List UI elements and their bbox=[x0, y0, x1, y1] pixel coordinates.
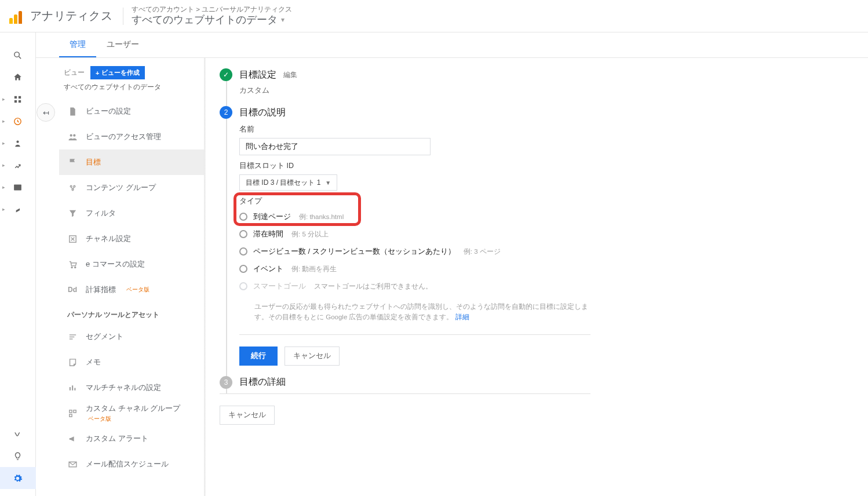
cart-icon bbox=[67, 260, 78, 269]
search-icon[interactable] bbox=[0, 44, 36, 66]
breadcrumb-top: すべてのアカウント > ユニバーサルアナリティクス bbox=[132, 5, 292, 13]
left-rail bbox=[0, 32, 36, 496]
property-breadcrumb[interactable]: すべてのアカウント > ユニバーサルアナリティクス すべてのウェブサイトのデータ… bbox=[132, 5, 292, 27]
goal-type-event[interactable]: イベント 例: 動画を再生 bbox=[239, 262, 590, 276]
nav-channel-settings[interactable]: チャネル設定 bbox=[59, 226, 204, 251]
caret-down-icon: ▼ bbox=[325, 180, 331, 186]
nav-view-settings[interactable]: ビューの設定 bbox=[59, 99, 204, 124]
nav-custom-channel-group[interactable]: カスタム チャネル グループベータ版 bbox=[59, 400, 204, 426]
tabs: 管理 ユーザー bbox=[36, 32, 868, 58]
svg-rect-4 bbox=[14, 100, 17, 102]
file-icon bbox=[67, 107, 78, 116]
goal-slot-dropdown[interactable]: 目標 ID 3 / 目標セット 1▼ bbox=[239, 174, 337, 191]
svg-rect-5 bbox=[19, 100, 21, 102]
customization-icon[interactable] bbox=[0, 88, 36, 110]
svg-rect-24 bbox=[69, 410, 71, 412]
svg-point-11 bbox=[73, 134, 75, 136]
svg-point-14 bbox=[72, 188, 74, 190]
caret-down-icon: ▾ bbox=[281, 16, 285, 24]
divider bbox=[220, 393, 590, 394]
step-3-badge: 3 bbox=[220, 376, 232, 389]
slot-label: 目標スロット ID bbox=[239, 161, 590, 171]
continue-button[interactable]: 続行 bbox=[239, 347, 278, 366]
acquisition-icon[interactable] bbox=[0, 154, 36, 176]
personal-tools-header: パーソナル ツールとアセット bbox=[59, 302, 204, 324]
attribution-icon[interactable] bbox=[0, 423, 36, 445]
view-column: ↤ ビュー +ビューを作成 すべてのウェブサイトのデータ ビューの設定 ビューの… bbox=[59, 58, 204, 496]
tab-admin[interactable]: 管理 bbox=[59, 32, 96, 57]
radio-icon bbox=[239, 282, 247, 290]
tab-user[interactable]: ユーザー bbox=[96, 32, 149, 57]
radio-icon bbox=[239, 247, 247, 256]
svg-rect-22 bbox=[72, 385, 73, 391]
goal-type-pageviews[interactable]: ページビュー数 / スクリーンビュー数（セッションあたり） 例: 3 ページ bbox=[239, 245, 590, 258]
step-goal-description: 2 目標の説明 名前 目標スロット ID 目標 ID 3 / 目標セット 1▼ … bbox=[220, 106, 590, 366]
goal-type-destination[interactable]: 到達ページ 例: thanks.html bbox=[239, 210, 590, 224]
edit-step-link[interactable]: 編集 bbox=[283, 70, 297, 80]
name-label: 名前 bbox=[239, 125, 590, 134]
audience-icon[interactable] bbox=[0, 132, 36, 154]
svg-rect-8 bbox=[14, 184, 21, 190]
nav-custom-alerts[interactable]: カスタム アラート bbox=[59, 426, 204, 451]
svg-rect-26 bbox=[69, 414, 71, 416]
segment-icon bbox=[67, 332, 78, 342]
nav-view-access[interactable]: ビューのアクセス管理 bbox=[59, 124, 204, 149]
home-icon[interactable] bbox=[0, 66, 36, 88]
svg-point-10 bbox=[70, 134, 72, 136]
smart-goal-details-link[interactable]: 詳細 bbox=[455, 313, 469, 320]
app-title: アナリティクス bbox=[30, 8, 112, 24]
nav-calculated-metrics[interactable]: Dd計算指標ベータ版 bbox=[59, 277, 204, 302]
nav-multichannel[interactable]: マルチチャネルの設定 bbox=[59, 375, 204, 400]
svg-point-7 bbox=[16, 140, 19, 143]
breadcrumb-main: すべてのウェブサイトのデータ bbox=[132, 13, 278, 27]
svg-point-0 bbox=[14, 52, 19, 57]
radio-icon bbox=[239, 213, 247, 221]
analytics-logo bbox=[9, 9, 24, 24]
svg-point-16 bbox=[71, 267, 72, 268]
check-icon: ✓ bbox=[220, 68, 232, 81]
nav-scheduled-emails[interactable]: メール配信スケジュール bbox=[59, 451, 204, 477]
grid-icon bbox=[67, 409, 78, 418]
view-column-subtitle: すべてのウェブサイトのデータ bbox=[59, 83, 204, 99]
nav-filters[interactable]: フィルタ bbox=[59, 200, 204, 226]
conversions-icon[interactable] bbox=[0, 198, 36, 220]
svg-rect-2 bbox=[14, 96, 17, 98]
discover-icon[interactable] bbox=[0, 445, 36, 467]
create-view-button[interactable]: +ビューを作成 bbox=[90, 66, 145, 79]
step-goal-details: 3 目標の詳細 bbox=[220, 376, 590, 389]
cancel-goal-button[interactable]: キャンセル bbox=[220, 406, 275, 425]
app-header: アナリティクス すべてのアカウント > ユニバーサルアナリティクス すべてのウェ… bbox=[0, 0, 868, 32]
back-button[interactable]: ↤ bbox=[37, 103, 55, 122]
nav-ecommerce-settings[interactable]: e コマースの設定 bbox=[59, 251, 204, 277]
step-2-badge: 2 bbox=[220, 106, 232, 119]
nav-content-grouping[interactable]: コンテンツ グループ bbox=[59, 175, 204, 200]
megaphone-icon bbox=[67, 434, 78, 444]
goal-name-input[interactable] bbox=[239, 138, 431, 155]
nav-goals[interactable]: 目標 bbox=[59, 149, 204, 175]
smart-goal-note: ユーザーの反応が最も得られたウェブサイトへの訪問を識別し、そのような訪問を自動的… bbox=[254, 301, 590, 323]
goal-type-duration[interactable]: 滞在時間 例: 5 分以上 bbox=[239, 227, 590, 241]
people-icon bbox=[67, 132, 78, 142]
svg-rect-25 bbox=[73, 410, 75, 412]
note-icon bbox=[67, 358, 78, 367]
nav-segments[interactable]: セグメント bbox=[59, 324, 204, 349]
admin-gear-icon[interactable] bbox=[0, 467, 36, 489]
realtime-icon[interactable] bbox=[0, 110, 36, 132]
dd-icon: Dd bbox=[67, 286, 78, 294]
view-column-header: ビュー bbox=[64, 68, 85, 78]
radio-icon bbox=[239, 230, 247, 238]
svg-line-1 bbox=[19, 56, 21, 59]
goal-type-smart: スマートゴール スマートゴールはご利用できません。 bbox=[239, 279, 590, 293]
behavior-icon[interactable] bbox=[0, 176, 36, 198]
cancel-step-button[interactable]: キャンセル bbox=[285, 347, 340, 366]
divider bbox=[239, 334, 590, 335]
radio-icon bbox=[239, 265, 247, 273]
flag-icon bbox=[67, 158, 78, 167]
step-goal-setup: ✓ 目標設定編集 カスタム bbox=[220, 68, 590, 96]
svg-point-12 bbox=[70, 185, 72, 187]
group-icon bbox=[67, 183, 78, 193]
svg-point-13 bbox=[73, 185, 75, 187]
svg-rect-23 bbox=[74, 388, 75, 390]
svg-point-17 bbox=[74, 267, 75, 268]
nav-annotations[interactable]: メモ bbox=[59, 349, 204, 375]
